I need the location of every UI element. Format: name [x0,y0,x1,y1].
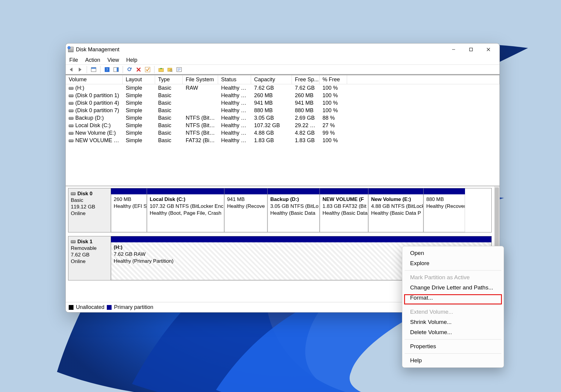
cell: 880 MB [292,107,320,114]
cell: 4.82 GB [292,130,320,136]
titlebar[interactable]: Disk Management [66,43,500,55]
cm-delete-volume[interactable]: Delete Volume... [402,327,504,337]
cm-extend-volume: Extend Volume... [402,307,504,317]
cell: FAT32 (BitL... [183,137,218,144]
disk-icon [71,240,76,243]
menu-action[interactable]: Action [85,57,100,63]
drive-icon [69,124,74,127]
app-icon [68,47,74,52]
cm-help[interactable]: Help [402,355,504,366]
column-header[interactable]: Type [155,75,183,84]
partition[interactable]: NEW VOLUME (F1.83 GB FAT32 (BitHealthy (… [320,188,368,232]
partition[interactable]: 260 MBHealthy (EFI S [111,188,147,232]
cell: 941 MB [292,100,320,106]
legend-unallocated-label: Unallocated [76,304,104,310]
cm-properties[interactable]: Properties [402,341,504,352]
drive-icon [69,87,74,90]
column-header[interactable]: Layout [123,75,155,84]
drive-icon [69,109,74,112]
drive-icon [69,102,74,105]
partition[interactable]: New Volume (E:)4.88 GB NTFS (BitLockHeal… [368,188,424,232]
cm-explore[interactable]: Explore [402,258,504,268]
window-title: Disk Management [76,46,119,53]
cell: 260 MB [251,92,292,99]
action-pane-button[interactable] [112,66,120,73]
partition[interactable]: Backup (D:)3.05 GB NTFS (BitLoHealthy (B… [268,188,320,232]
menu-file[interactable]: File [69,57,78,63]
cell: Healthy (E... [218,92,251,99]
cell: 7.62 GB [292,85,320,91]
column-header[interactable]: Capacity [251,75,292,84]
partition[interactable]: 880 MBHealthy (Recover [424,188,465,232]
volume-row[interactable]: New Volume (E:)SimpleBasicNTFS (BitLo...… [66,129,500,137]
cell: Basic [155,130,183,136]
cell: Simple [123,130,155,136]
help-button[interactable]: ? [104,66,111,73]
cell: (Disk 0 partition 7) [66,107,123,114]
cell: Simple [123,100,155,106]
volume-row[interactable]: (Disk 0 partition 4)SimpleBasicHealthy (… [66,99,500,107]
disk-state: Online [71,259,108,265]
show-hide-console-tree-button[interactable] [90,66,97,73]
partition[interactable]: 941 MBHealthy (Recove [224,188,268,232]
folder-up-icon[interactable] [158,66,165,73]
menu-view[interactable]: View [107,57,119,63]
drive-icon [69,139,74,142]
cell: Basic [155,92,183,99]
drive-icon [69,94,74,97]
svg-rect-13 [168,68,172,71]
volume-row[interactable]: Backup (D:)SimpleBasicNTFS (BitLo...Heal… [66,114,500,122]
volume-list-header: VolumeLayoutTypeFile SystemStatusCapacit… [66,75,500,84]
checkmark-icon[interactable] [144,66,151,73]
partition-body: 941 MBHealthy (Recove [224,194,267,232]
column-header[interactable]: Free Sp... [292,75,320,84]
volume-row[interactable]: (H:)SimpleBasicRAWHealthy (P...7.62 GB7.… [66,84,500,92]
cell: 88 % [320,115,347,121]
folder-search-icon[interactable] [166,66,174,73]
partition-line1: 107.32 GB NTFS (BitLocker Enc [150,203,224,209]
disk-label[interactable]: Disk 0Basic119.12 GBOnline [68,188,111,232]
disk-kind: Removable [71,245,108,251]
cell: (H:) [66,85,123,91]
cell: 100 % [320,107,347,114]
column-header[interactable]: Volume [66,75,123,84]
cell: Basic [155,100,183,106]
volume-row[interactable]: NEW VOLUME (F:)SimpleBasicFAT32 (BitL...… [66,137,500,144]
forward-button[interactable] [76,66,84,73]
volume-row[interactable]: Local Disk (C:)SimpleBasicNTFS (BitLo...… [66,122,500,129]
svg-rect-5 [91,67,96,69]
column-header[interactable]: Status [218,75,251,84]
back-button[interactable] [68,66,75,73]
partition-header-bar [111,236,491,242]
volume-row[interactable]: (Disk 0 partition 1)SimpleBasicHealthy (… [66,92,500,99]
delete-icon[interactable] [135,66,142,73]
volume-list-body: (H:)SimpleBasicRAWHealthy (P...7.62 GB7.… [66,84,500,186]
cm-format[interactable]: Format... [402,293,504,303]
disk-row: Disk 0Basic119.12 GBOnline260 MBHealthy … [68,188,492,232]
properties-icon[interactable] [176,66,183,73]
partition-line1: 3.05 GB NTFS (BitLo [270,203,319,209]
column-header[interactable]: % Free [320,75,347,84]
partition-title: (H:) [114,244,122,250]
refresh-button[interactable] [126,66,133,73]
cm-shrink-volume[interactable]: Shrink Volume... [402,317,504,327]
partition-body: Backup (D:)3.05 GB NTFS (BitLoHealthy (B… [268,194,320,232]
cm-mark-active: Mark Partition as Active [402,272,504,283]
cm-change-drive-letter[interactable]: Change Drive Letter and Paths... [402,283,504,293]
disk-label[interactable]: Disk 1Removable7.62 GBOnline [68,236,111,280]
partition-title: NEW VOLUME (F [322,196,364,202]
cell: Backup (D:) [66,115,123,121]
partition-line2: Healthy (Boot, Page File, Crash [150,210,221,216]
menu-help[interactable]: Help [126,57,137,63]
minimize-button[interactable] [445,43,462,55]
maximize-button[interactable] [462,43,480,55]
cm-open[interactable]: Open [402,248,504,258]
volume-row[interactable]: (Disk 0 partition 7)SimpleBasicHealthy (… [66,107,500,114]
column-header[interactable]: File System [183,75,218,84]
cell: 100 % [320,100,347,106]
legend-swatch-primary [107,305,112,310]
cell [183,92,218,99]
partition[interactable]: Local Disk (C:)107.32 GB NTFS (BitLocker… [147,188,224,232]
cell: Basic [155,85,183,91]
close-button[interactable] [480,43,497,55]
